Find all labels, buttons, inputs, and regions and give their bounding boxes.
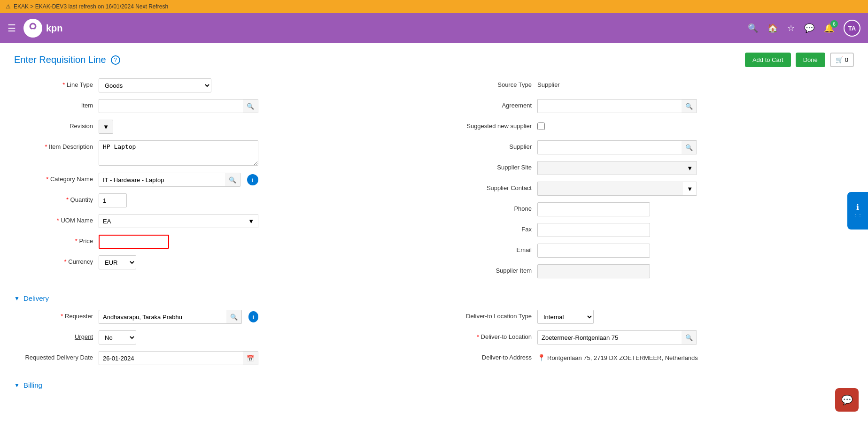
supplier-control: 🔍 [537, 140, 697, 154]
warning-bar: ⚠ EKAK > EKAK-DEV3 last refresh on 16/01… [0, 0, 868, 13]
source-type-value: Supplier [537, 78, 560, 88]
search-icon[interactable]: 🔍 [748, 23, 758, 33]
uom-input[interactable] [99, 214, 244, 228]
quantity-label: Quantity [14, 193, 99, 203]
item-control: 🔍 [99, 99, 258, 113]
deliver-location-row: Deliver-to Location 🔍 [443, 330, 854, 345]
supplier-search-button[interactable]: 🔍 [682, 140, 697, 154]
item-input[interactable] [99, 99, 243, 113]
supplier-site-control: ▼ [537, 161, 697, 175]
suggested-supplier-row: Suggested new supplier [443, 120, 854, 135]
chat-button[interactable]: 💬 [835, 388, 859, 412]
supplier-input[interactable] [537, 140, 682, 154]
logo-text: kpn [46, 23, 63, 34]
price-label: Price [14, 235, 99, 245]
supplier-site-input-group: ▼ [537, 161, 697, 175]
header-left: ☰ kpn [8, 19, 63, 38]
supplier-site-row: Supplier Site ▼ [443, 161, 854, 176]
billing-section-header[interactable]: ▼ Billing [14, 381, 854, 389]
category-search-button[interactable]: 🔍 [225, 173, 240, 187]
billing-section-arrow: ▼ [14, 382, 20, 389]
revision-row: Revision ▼ [14, 120, 425, 135]
delivery-date-row: Requested Delivery Date 📅 [14, 351, 425, 366]
revision-dropdown-btn[interactable]: ▼ [99, 120, 113, 134]
address-pin-icon: 📍 [537, 354, 545, 361]
price-row: Price [14, 235, 425, 250]
help-icon[interactable]: ? [111, 55, 120, 65]
billing-section-label: Billing [23, 381, 42, 389]
fax-input[interactable] [537, 223, 650, 237]
line-type-select[interactable]: Goods Services [99, 78, 211, 92]
quantity-input[interactable] [99, 193, 127, 207]
phone-row: Phone [443, 202, 854, 217]
category-name-input[interactable] [99, 173, 225, 187]
urgent-label: Urgent [14, 330, 99, 340]
category-name-control: 🔍 i [99, 173, 258, 187]
supplier-input-group: 🔍 [537, 140, 697, 154]
fax-row: Fax [443, 223, 854, 238]
agreement-label: Agreement [443, 99, 537, 109]
star-icon[interactable]: ☆ [787, 23, 795, 33]
delivery-date-input[interactable] [99, 351, 243, 365]
urgent-control: No Yes [99, 330, 258, 344]
supplier-item-control [537, 264, 697, 278]
deliver-type-label: Deliver-to Location Type [443, 310, 537, 320]
uom-dropdown-btn[interactable]: ▼ [244, 214, 258, 228]
message-icon[interactable]: 💬 [804, 23, 814, 33]
currency-label: Currency [14, 255, 99, 265]
delivery-section-label: Delivery [23, 294, 49, 302]
cart-button[interactable]: 🛒 0 [830, 53, 854, 67]
item-description-textarea[interactable]: HP Laptop [99, 140, 258, 166]
supplier-site-input[interactable] [537, 161, 683, 175]
supplier-item-row: Supplier Item [443, 264, 854, 279]
supplier-item-input[interactable] [537, 264, 650, 278]
currency-row-group: EUR USD GBP [99, 255, 258, 269]
deliver-type-select[interactable]: Internal External [537, 310, 594, 324]
item-search-button[interactable]: 🔍 [243, 99, 258, 113]
uom-row: UOM Name ▼ [14, 214, 425, 229]
supplier-contact-input-group: ▼ [537, 182, 697, 196]
source-type-row: Source Type Supplier [443, 78, 854, 93]
supplier-label: Supplier [443, 140, 537, 150]
warning-text: EKAK > EKAK-DEV3 last refresh on 16/01/2… [14, 3, 168, 10]
agreement-search-button[interactable]: 🔍 [682, 99, 697, 113]
requester-search-button[interactable]: 🔍 [226, 310, 242, 324]
done-button[interactable]: Done [796, 53, 825, 67]
email-label: Email [443, 244, 537, 253]
add-to-cart-button[interactable]: Add to Cart [745, 53, 791, 67]
category-name-label: Category Name [14, 173, 99, 183]
requester-input[interactable] [99, 310, 226, 324]
price-control [99, 235, 258, 249]
chat-icon: 💬 [841, 394, 853, 406]
notification-icon[interactable]: 🔔 6 [824, 23, 834, 33]
phone-input[interactable] [537, 202, 650, 216]
supplier-contact-dropdown-btn[interactable]: ▼ [683, 182, 697, 196]
avatar[interactable]: TA [844, 20, 860, 37]
currency-control: EUR USD GBP [99, 255, 258, 269]
deliver-location-input-group: 🔍 [537, 330, 697, 344]
logo[interactable]: kpn [23, 19, 63, 38]
hamburger-menu[interactable]: ☰ [8, 23, 16, 34]
deliver-type-row: Deliver-to Location Type Internal Extern… [443, 310, 854, 325]
deliver-location-label: Deliver-to Location [443, 330, 537, 340]
home-icon[interactable]: 🏠 [767, 23, 778, 33]
floating-info-button[interactable]: ℹ ⋮⋮ [847, 192, 868, 230]
price-input[interactable] [99, 235, 169, 249]
delivery-section-header[interactable]: ▼ Delivery [14, 294, 854, 302]
page-actions: Add to Cart Done 🛒 0 [745, 53, 854, 67]
supplier-site-dropdown-btn[interactable]: ▼ [683, 161, 697, 175]
currency-select[interactable]: EUR USD GBP [99, 255, 136, 269]
category-info-button[interactable]: i [247, 174, 258, 185]
fax-control [537, 223, 697, 237]
agreement-input[interactable] [537, 99, 682, 113]
email-input[interactable] [537, 244, 650, 258]
supplier-contact-input[interactable] [537, 182, 683, 196]
requester-input-group: 🔍 [99, 310, 242, 324]
deliver-location-input[interactable] [537, 330, 682, 344]
delivery-date-calendar-button[interactable]: 📅 [243, 351, 258, 365]
requester-info-button[interactable]: i [248, 311, 259, 322]
urgent-select[interactable]: No Yes [99, 330, 136, 344]
warning-icon: ⚠ [6, 3, 11, 10]
deliver-location-search-button[interactable]: 🔍 [682, 330, 697, 344]
suggested-supplier-checkbox[interactable] [537, 122, 545, 130]
